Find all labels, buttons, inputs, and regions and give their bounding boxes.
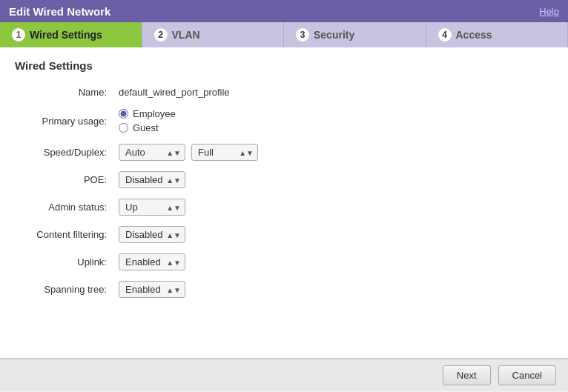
guest-label: Guest (133, 122, 159, 133)
spanning-tree-label: Spanning tree: (15, 284, 119, 295)
spanning-tree-row: Spanning tree: Enabled Disabled ▲▼ (15, 281, 553, 298)
name-label: Name: (15, 87, 119, 98)
next-button[interactable]: Next (443, 365, 491, 385)
admin-status-select-wrapper: Up Down ▲▼ (119, 199, 185, 216)
content-filtering-row: Content filtering: Disabled Enabled ▲▼ (15, 226, 553, 243)
admin-status-label: Admin status: (15, 202, 119, 213)
spanning-tree-select-wrapper: Enabled Disabled ▲▼ (119, 281, 185, 298)
speed-duplex-row: Speed/Duplex: Auto 10 100 1000 ▲▼ Full H… (15, 144, 553, 161)
tab-access[interactable]: 4 Access (426, 22, 569, 47)
employee-radio-item[interactable]: Employee (119, 108, 176, 119)
poe-row: POE: Disabled Enabled ▲▼ (15, 171, 553, 188)
cancel-button[interactable]: Cancel (498, 365, 556, 385)
footer: Next Cancel (0, 359, 568, 391)
tab-label-wired-settings: Wired Settings (30, 29, 102, 41)
employee-radio[interactable] (119, 109, 128, 119)
duplex-select[interactable]: Full Half (191, 144, 258, 161)
duplex-select-wrapper: Full Half ▲▼ (191, 144, 258, 161)
tab-number-1: 1 (12, 28, 25, 41)
admin-status-row: Admin status: Up Down ▲▼ (15, 199, 553, 216)
uplink-select-wrapper: Enabled Disabled ▲▼ (119, 253, 185, 270)
content-filtering-select[interactable]: Disabled Enabled (119, 226, 185, 243)
tabs-bar: 1 Wired Settings 2 VLAN 3 Security 4 Acc… (0, 22, 568, 47)
speed-duplex-controls: Auto 10 100 1000 ▲▼ Full Half ▲▼ (119, 144, 258, 161)
uplink-row: Uplink: Enabled Disabled ▲▼ (15, 253, 553, 270)
employee-label: Employee (133, 108, 176, 119)
primary-usage-row: Primary usage: Employee Guest (15, 108, 553, 133)
tab-label-vlan: VLAN (172, 29, 200, 41)
help-link[interactable]: Help (539, 6, 559, 17)
speed-select-wrapper: Auto 10 100 1000 ▲▼ (119, 144, 185, 161)
spanning-tree-select[interactable]: Enabled Disabled (119, 281, 185, 298)
tab-number-4: 4 (438, 28, 452, 41)
tab-number-3: 3 (296, 28, 309, 41)
speed-select[interactable]: Auto 10 100 1000 (119, 144, 185, 161)
name-row: Name: default_wired_port_profile (15, 87, 553, 98)
content-filtering-label: Content filtering: (15, 229, 119, 240)
tab-security[interactable]: 3 Security (284, 22, 426, 47)
content-filtering-select-wrapper: Disabled Enabled ▲▼ (119, 226, 185, 243)
tab-label-security: Security (314, 29, 354, 41)
tab-number-2: 2 (154, 28, 168, 41)
poe-label: POE: (15, 174, 119, 185)
speed-duplex-label: Speed/Duplex: (15, 147, 119, 158)
tab-vlan[interactable]: 2 VLAN (142, 22, 285, 47)
poe-select-wrapper: Disabled Enabled ▲▼ (119, 171, 185, 188)
poe-select[interactable]: Disabled Enabled (119, 171, 185, 188)
admin-status-select[interactable]: Up Down (119, 199, 185, 216)
content-area: Wired Settings Name: default_wired_port_… (0, 47, 568, 359)
tab-label-access: Access (456, 29, 492, 41)
primary-usage-group: Employee Guest (119, 108, 176, 133)
page-title: Edit Wired Network (9, 5, 110, 18)
guest-radio-item[interactable]: Guest (119, 122, 176, 133)
name-value: default_wired_port_profile (119, 87, 230, 98)
uplink-select[interactable]: Enabled Disabled (119, 253, 185, 270)
section-title: Wired Settings (15, 59, 553, 75)
tab-wired-settings[interactable]: 1 Wired Settings (0, 22, 142, 47)
header-bar: Edit Wired Network Help (0, 0, 568, 22)
primary-usage-label: Primary usage: (15, 116, 119, 127)
uplink-label: Uplink: (15, 256, 119, 268)
guest-radio[interactable] (119, 123, 128, 133)
